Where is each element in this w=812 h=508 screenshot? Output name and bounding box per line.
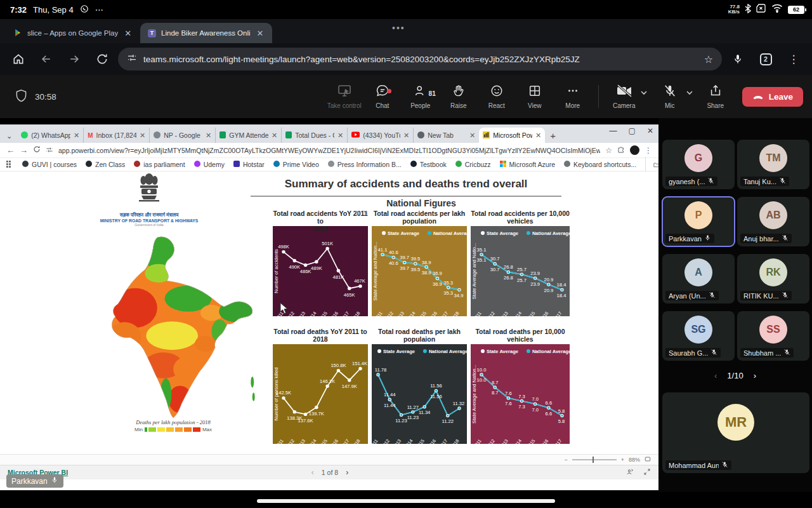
chart-card-5[interactable]: Total road deaths per 10,000vehiclesStat… (471, 328, 570, 446)
chart-plot-area[interactable]: State AverageNational AverageState Avera… (372, 226, 467, 319)
participant-tile-5[interactable]: RK RITIK KU... (737, 254, 809, 304)
close-tab-icon[interactable]: ✕ (272, 131, 277, 140)
voice-search-icon[interactable] (726, 47, 750, 71)
inner-tab-7[interactable]: Microsoft Powe... ✕ (479, 128, 545, 143)
close-tab-icon[interactable]: ✕ (535, 131, 541, 140)
browser-tab-1[interactable]: T Linde Biker Awareness Onli ✕ (140, 23, 272, 43)
minimize-button[interactable]: — (610, 126, 617, 135)
inner-site-info-icon[interactable] (46, 145, 53, 156)
participants-next-icon[interactable]: › (754, 371, 756, 380)
india-choropleth-map[interactable] (94, 235, 260, 420)
bookmark-8[interactable]: Cricbuzz (455, 161, 491, 168)
bookmark-4[interactable]: Hotstar (233, 161, 265, 168)
home-button[interactable] (6, 47, 30, 71)
spotlight-tile[interactable]: MR Mohammad Aun Rizvi (662, 392, 809, 473)
inner-reload-icon[interactable] (33, 145, 41, 155)
participant-tile-1[interactable]: TM Tanuj Ku... (737, 140, 809, 189)
view-button[interactable]: View (517, 84, 553, 109)
inner-tab-3[interactable]: GYM Attendenc... ✕ (215, 128, 281, 143)
close-tab-icon[interactable]: ✕ (140, 131, 145, 140)
focus-mode-icon[interactable] (362, 210, 368, 217)
chart-card-3[interactable]: Total road deaths YoY 2011 to 2018Number… (273, 328, 368, 446)
inner-bookmark-star-icon[interactable]: ☆ (605, 146, 612, 155)
forward-button[interactable] (62, 47, 86, 71)
bookmark-10[interactable]: Keyboard shortcuts... (564, 161, 636, 168)
participant-tile-6[interactable]: SG Saurabh G... (662, 311, 735, 361)
close-tab-icon[interactable]: ✕ (256, 29, 265, 38)
zoom-slider[interactable] (572, 459, 617, 460)
chart-card-2[interactable]: Total road accidents per 10,000vehiclesS… (471, 210, 570, 319)
bookmark-1[interactable]: Zen Class (86, 161, 125, 168)
participants-prev-icon[interactable]: ‹ (714, 371, 717, 380)
bookmark-5[interactable]: Prime Video (273, 161, 319, 168)
inner-tab-4[interactable]: Total Dues - Go... ✕ (281, 128, 347, 143)
share-button[interactable]: Share (698, 84, 733, 109)
react-button[interactable]: React (479, 84, 514, 109)
close-tab-icon[interactable]: ✕ (469, 131, 475, 140)
fullscreen-icon[interactable] (643, 468, 651, 477)
bookmark-star-icon[interactable]: ☆ (704, 53, 713, 65)
reload-button[interactable] (90, 47, 114, 71)
chart-plot-area[interactable]: Number of persons killed142.5K138.3K137.… (273, 344, 368, 446)
zoom-in-icon[interactable]: + (621, 457, 624, 463)
participant-tile-0[interactable]: G gyanesh (... (662, 140, 735, 189)
back-button[interactable] (34, 47, 58, 71)
bookmark-2[interactable]: ias parliament (134, 161, 185, 168)
bookmark-3[interactable]: Udemy (194, 161, 225, 168)
tab-search-chevron-icon[interactable]: ⌄ (0, 132, 17, 143)
inner-browser-menu-icon[interactable]: ⋮ (645, 146, 652, 155)
chart-card-1[interactable]: Total road accidents per lakhpopulationS… (372, 210, 467, 319)
inner-tab-0[interactable]: (2) WhatsApp ✕ (17, 128, 83, 143)
inner-tab-2[interactable]: NP - Google Sh... ✕ (149, 128, 215, 143)
browser-tab-0[interactable]: slice – Apps on Google Play ✕ (6, 23, 140, 43)
inner-url-text[interactable]: app.powerbi.com/view?r=eyJrIjoiMjIzMTY5M… (58, 147, 600, 154)
close-window-button[interactable]: ✕ (647, 126, 653, 135)
people-button[interactable]: 81 People (403, 84, 438, 109)
inner-forward-icon[interactable]: → (20, 145, 28, 155)
share-report-icon[interactable] (626, 468, 634, 477)
site-settings-icon[interactable] (127, 53, 137, 65)
bookmark-6[interactable]: Press Information B... (328, 161, 402, 168)
prev-page-icon[interactable]: ‹ (311, 468, 314, 477)
close-tab-icon[interactable]: ✕ (123, 29, 133, 38)
close-tab-icon[interactable]: ✕ (337, 131, 343, 140)
bookmark-0[interactable]: GUVI | courses (22, 161, 77, 168)
profile-avatar[interactable] (630, 145, 639, 155)
gesture-bar[interactable] (257, 499, 555, 503)
participant-tile-2[interactable]: P Parkkavan (662, 197, 735, 246)
participant-tile-7[interactable]: SS Shubham ... (737, 311, 809, 361)
camera-button[interactable]: Camera (606, 84, 642, 109)
tab-strip-overflow-icon[interactable]: ••• (392, 23, 405, 33)
filter-icon[interactable] (354, 210, 360, 217)
zoom-out-icon[interactable]: − (564, 457, 567, 463)
apps-grid-icon[interactable] (6, 161, 13, 169)
inner-tab-5[interactable]: (4334) YouTube ✕ (347, 128, 413, 143)
bookmark-7[interactable]: Testbook (410, 161, 447, 168)
more-button[interactable]: More (555, 84, 591, 109)
leave-button[interactable]: Leave (742, 87, 803, 107)
bookmark-9[interactable]: Microsoft Azure (500, 161, 555, 168)
chart-plot-area[interactable]: State AverageNational AverageState Avera… (471, 344, 570, 446)
tab-switcher-button[interactable]: 2 (754, 47, 778, 71)
chat-button[interactable]: Chat (365, 84, 400, 109)
close-tab-icon[interactable]: ✕ (74, 131, 79, 140)
chart-card-4[interactable]: Total road deaths per lakhpopulaionState… (372, 328, 467, 446)
raise-button[interactable]: Raise (441, 84, 476, 109)
inner-tab-6[interactable]: New Tab ✕ (413, 128, 479, 143)
close-tab-icon[interactable]: ✕ (206, 131, 211, 140)
mic-button[interactable]: Mic (652, 84, 688, 109)
participant-tile-4[interactable]: A Aryan (Un... (662, 254, 735, 304)
browser-menu-icon[interactable]: ⋮ (782, 47, 806, 71)
participant-tile-3[interactable]: AB Anuj bhar... (737, 197, 809, 246)
chart-plot-area[interactable]: State AverageNational AverageState Avera… (471, 226, 570, 319)
inner-back-icon[interactable]: ← (6, 145, 15, 155)
next-page-icon[interactable]: › (346, 468, 348, 477)
extensions-icon[interactable] (617, 145, 625, 156)
fit-to-page-icon[interactable] (645, 456, 651, 464)
close-tab-icon[interactable]: ✕ (403, 131, 409, 140)
inner-tab-1[interactable]: M Inbox (17,824) - ✕ (83, 128, 149, 143)
inner-new-tab-button[interactable]: + (545, 130, 562, 143)
address-bar[interactable]: teams.microsoft.com/light-meetings/launc… (118, 48, 722, 70)
maximize-button[interactable]: ▢ (629, 126, 636, 135)
chart-plot-area[interactable]: State AverageNational Average11.7811.441… (372, 344, 467, 446)
